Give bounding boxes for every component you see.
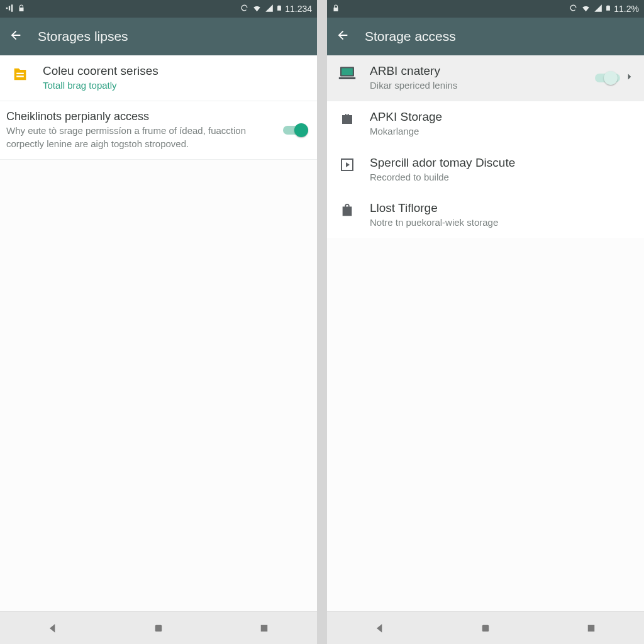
nav-recents[interactable]: [572, 616, 610, 641]
item-title: Cheiklinots perpianly access: [6, 110, 272, 123]
app-bar-title: Storage access: [365, 29, 456, 44]
settings-list: ARBI cnatery Dikar spericed lenins APKI …: [327, 55, 644, 611]
battery-icon: [276, 3, 282, 14]
app-bar: Storages lipses: [0, 18, 317, 55]
nav-home[interactable]: [467, 616, 504, 641]
svg-rect-0: [16, 73, 24, 74]
nav-back[interactable]: [34, 616, 72, 641]
nav-recents[interactable]: [245, 616, 283, 641]
item-special-discute[interactable]: Spercill ador tomay Discute Recorded to …: [327, 147, 644, 192]
item-title: Coleu coorent serises: [43, 64, 308, 78]
svg-rect-8: [482, 625, 489, 631]
signal-icon: [265, 4, 274, 14]
status-clock: 11.234: [285, 4, 312, 14]
play-box-icon: [336, 156, 358, 172]
chevron-right-icon: [624, 71, 635, 85]
phone-left: 11.234 Storages lipses Coleu coorent ser…: [0, 0, 317, 644]
app-bar: Storage access: [327, 18, 644, 55]
app-bar-title: Storages lipses: [38, 29, 128, 44]
item-checkpoint-access[interactable]: Cheiklinots perpianly access Why eute tò…: [0, 101, 317, 160]
bag-icon: [336, 201, 358, 218]
settings-list: Coleu coorent serises Totall brag topatl…: [0, 55, 317, 611]
item-sub: Why eute tò srage permissíon a frume of …: [6, 125, 272, 150]
item-sub: Dikar spericed lenins: [370, 79, 584, 92]
svg-rect-1: [16, 75, 24, 77]
item-title: Llost Tiflorge: [370, 201, 635, 215]
back-icon[interactable]: [9, 28, 23, 45]
svg-rect-9: [588, 625, 595, 631]
svg-rect-2: [155, 625, 162, 631]
sync-icon: [569, 3, 578, 14]
signal-icon: [594, 4, 602, 14]
item-apk-storage[interactable]: APKI Storage Mokarlange: [327, 101, 644, 147]
item-title: Spercill ador tomay Discute: [370, 156, 635, 170]
item-sub: Notre tn puekoral-wiek storage: [370, 216, 635, 229]
item-sub: Totall brag topatly: [43, 79, 308, 92]
wifi-icon: [580, 4, 591, 14]
nav-home[interactable]: [140, 616, 177, 641]
audio-icon: [5, 4, 14, 14]
battery-icon: [605, 3, 611, 14]
item-lost-storage[interactable]: Llost Tiflorge Notre tn puekoral-wiek st…: [327, 192, 644, 238]
sync-icon: [240, 3, 249, 14]
nav-bar: [0, 611, 317, 644]
status-bar: 11.2%: [327, 0, 644, 18]
toggle-switch[interactable]: [595, 71, 620, 85]
lock-icon: [332, 4, 340, 14]
back-icon[interactable]: [336, 28, 350, 45]
svg-rect-5: [341, 68, 353, 75]
briefcase-icon: [336, 110, 358, 126]
toggle-switch[interactable]: [283, 123, 308, 137]
status-bar: 11.234: [0, 0, 317, 18]
status-clock: 11.2%: [614, 4, 639, 14]
phone-right: 11.2% Storage access ARBI cnatery Dikar …: [327, 0, 644, 644]
item-sub: Mokarlange: [370, 125, 635, 138]
item-sub: Recorded to builde: [370, 171, 635, 184]
folder-icon: [9, 64, 31, 83]
item-title: ARBI cnatery: [370, 64, 584, 78]
item-arbi-cnatery[interactable]: ARBI cnatery Dikar spericed lenins: [327, 55, 644, 101]
nav-back[interactable]: [361, 616, 399, 641]
wifi-icon: [252, 4, 262, 14]
svg-rect-6: [339, 77, 355, 79]
device-icon: [336, 64, 358, 79]
svg-rect-3: [261, 625, 268, 631]
nav-bar: [327, 611, 644, 644]
lock-icon: [18, 4, 25, 14]
item-title: APKI Storage: [370, 110, 635, 124]
item-content-series[interactable]: Coleu coorent serises Totall brag topatl…: [0, 55, 317, 101]
